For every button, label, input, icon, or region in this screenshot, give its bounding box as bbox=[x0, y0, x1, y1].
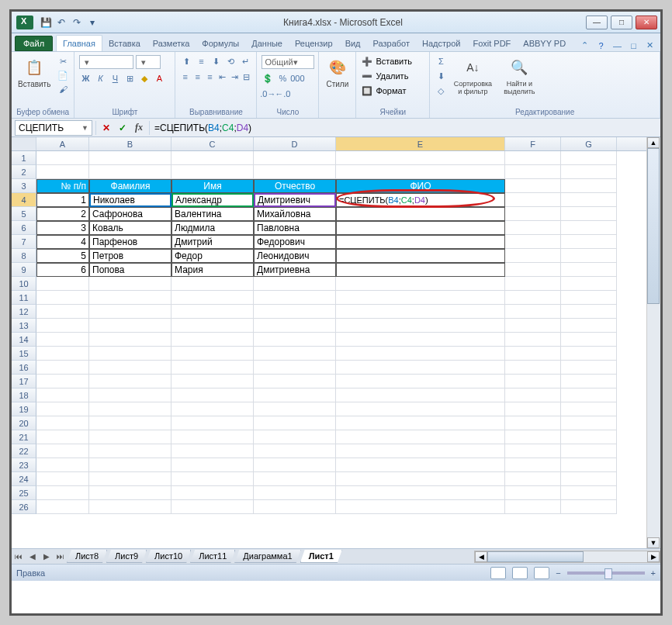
sheet-tab-10[interactable]: Лист10 bbox=[146, 550, 191, 563]
tab-addins[interactable]: Надстрой bbox=[416, 36, 466, 51]
cell-F9[interactable] bbox=[505, 263, 561, 277]
styles-button[interactable]: 🎨 Стили bbox=[324, 55, 351, 90]
row-header-4[interactable]: 4 bbox=[12, 193, 36, 207]
cell-A7[interactable]: 4 bbox=[36, 235, 89, 249]
v-scroll-thumb[interactable] bbox=[647, 148, 660, 304]
row-header-9[interactable]: 9 bbox=[12, 263, 36, 277]
scroll-left-icon[interactable]: ◀ bbox=[475, 551, 487, 562]
h-scroll-thumb[interactable] bbox=[487, 551, 584, 562]
cell-B2[interactable] bbox=[89, 165, 171, 179]
row-header-13[interactable]: 13 bbox=[12, 319, 36, 333]
vertical-scrollbar[interactable]: ▲ ▼ bbox=[646, 137, 660, 548]
align-bottom-icon[interactable]: ⬇ bbox=[210, 55, 222, 67]
row-header-10[interactable]: 10 bbox=[12, 277, 36, 291]
row-header-18[interactable]: 18 bbox=[12, 388, 36, 402]
zoom-out-icon[interactable]: − bbox=[556, 568, 560, 578]
undo-icon[interactable]: ↶ bbox=[54, 15, 69, 30]
font-size-combo[interactable]: ▾ bbox=[136, 55, 161, 69]
sheet-tab-8[interactable]: Лист8 bbox=[67, 550, 107, 563]
cell-G1[interactable] bbox=[561, 151, 617, 165]
view-normal-icon[interactable] bbox=[490, 567, 506, 579]
tab-home[interactable]: Главная bbox=[56, 35, 102, 51]
cell-E7[interactable] bbox=[336, 235, 505, 249]
name-box[interactable]: СЦЕПИТЬ ▼ bbox=[15, 120, 92, 136]
doc-minimize-icon[interactable]: — bbox=[611, 40, 623, 51]
cell-F3[interactable] bbox=[505, 179, 561, 193]
accept-formula-icon[interactable]: ✓ bbox=[116, 121, 130, 135]
align-middle-icon[interactable]: ≡ bbox=[195, 55, 207, 67]
col-header-E[interactable]: E bbox=[336, 137, 505, 150]
sheet-tab-diagram[interactable]: Диаграмма1 bbox=[234, 550, 300, 563]
cell-A1[interactable] bbox=[36, 151, 89, 165]
cells-format-button[interactable]: 🔲Формат bbox=[361, 85, 424, 97]
cell-E3[interactable]: ФИО bbox=[336, 179, 505, 193]
cell-C1[interactable] bbox=[171, 151, 254, 165]
select-all-corner[interactable] bbox=[12, 137, 36, 150]
clear-icon[interactable]: ◇ bbox=[435, 85, 447, 97]
cell-D5[interactable]: Михайловна bbox=[254, 207, 336, 221]
zoom-slider[interactable] bbox=[567, 571, 645, 575]
sheet-tab-11[interactable]: Лист11 bbox=[190, 550, 235, 563]
cell-B9[interactable]: Попова bbox=[89, 263, 171, 277]
col-header-A[interactable]: A bbox=[36, 137, 89, 150]
maximize-button[interactable]: □ bbox=[611, 16, 632, 29]
fill-color-icon[interactable]: ◆ bbox=[138, 72, 151, 85]
cells-delete-button[interactable]: ➖Удалить bbox=[361, 70, 424, 82]
cell-A9[interactable]: 6 bbox=[36, 263, 89, 277]
cell-E4[interactable]: =СЦЕПИТЬ(B4;C4;D4) bbox=[336, 193, 505, 207]
increase-indent-icon[interactable]: ⇥ bbox=[230, 71, 240, 83]
view-layout-icon[interactable] bbox=[512, 567, 528, 579]
row-header-12[interactable]: 12 bbox=[12, 305, 36, 319]
cell-G8[interactable] bbox=[561, 249, 617, 263]
qat-customize-icon[interactable]: ▾ bbox=[85, 15, 100, 30]
row-header-2[interactable]: 2 bbox=[12, 165, 36, 179]
row-header-23[interactable]: 23 bbox=[12, 458, 36, 472]
cell-G2[interactable] bbox=[561, 165, 617, 179]
wrap-text-icon[interactable]: ↵ bbox=[239, 55, 251, 67]
tab-abbyy[interactable]: ABBYY PD bbox=[517, 36, 572, 51]
cell-C2[interactable] bbox=[171, 165, 254, 179]
tab-view[interactable]: Вид bbox=[339, 36, 367, 51]
cell-C5[interactable]: Валентина bbox=[171, 207, 254, 221]
paste-button[interactable]: 📋 Вставить bbox=[16, 55, 52, 90]
cell-F8[interactable] bbox=[505, 249, 561, 263]
format-painter-icon[interactable]: 🖌 bbox=[57, 83, 69, 95]
row-header-21[interactable]: 21 bbox=[12, 430, 36, 444]
cell-G4[interactable] bbox=[561, 193, 617, 207]
scroll-right-icon[interactable]: ▶ bbox=[647, 551, 660, 562]
tab-layout[interactable]: Разметка bbox=[147, 36, 196, 51]
align-left-icon[interactable]: ≡ bbox=[180, 71, 190, 83]
cell-A5[interactable]: 2 bbox=[36, 207, 89, 221]
cell-C9[interactable]: Мария bbox=[171, 263, 254, 277]
sheet-nav-first-icon[interactable]: ⏮ bbox=[12, 551, 25, 563]
tab-insert[interactable]: Вставка bbox=[102, 36, 147, 51]
sheet-nav-prev-icon[interactable]: ◀ bbox=[26, 551, 39, 563]
col-header-F[interactable]: F bbox=[505, 137, 561, 150]
increase-decimal-icon[interactable]: .0→ bbox=[262, 88, 274, 100]
cell-E6[interactable] bbox=[336, 221, 505, 235]
row-header-17[interactable]: 17 bbox=[12, 375, 36, 388]
cell-B4[interactable]: Николаев bbox=[89, 193, 171, 207]
sheet-tab-9[interactable]: Лист9 bbox=[106, 550, 147, 563]
sort-filter-button[interactable]: A↓ Сортировка и фильтр bbox=[452, 55, 494, 97]
tab-foxit[interactable]: Foxit PDF bbox=[466, 36, 517, 51]
view-pagebreak-icon[interactable] bbox=[534, 567, 549, 579]
cell-G3[interactable] bbox=[561, 179, 617, 193]
cell-B3[interactable]: Фамилия bbox=[89, 179, 171, 193]
horizontal-scrollbar[interactable]: ◀ ▶ bbox=[474, 551, 660, 563]
cancel-formula-icon[interactable]: ✕ bbox=[99, 121, 113, 135]
cell-E8[interactable] bbox=[336, 249, 505, 263]
cell-F5[interactable] bbox=[505, 207, 561, 221]
col-header-G[interactable]: G bbox=[561, 137, 617, 150]
cell-D3[interactable]: Отчество bbox=[254, 179, 336, 193]
row-header-19[interactable]: 19 bbox=[12, 402, 36, 416]
merge-cells-icon[interactable]: ⊟ bbox=[242, 71, 252, 83]
align-right-icon[interactable]: ≡ bbox=[205, 71, 215, 83]
row-header-20[interactable]: 20 bbox=[12, 416, 36, 430]
find-select-button[interactable]: 🔍 Найти и выделить bbox=[498, 55, 540, 97]
cells-insert-button[interactable]: ➕Вставить bbox=[361, 55, 424, 67]
cell-A2[interactable] bbox=[36, 165, 89, 179]
cell-C4[interactable]: Александр bbox=[171, 193, 254, 207]
currency-icon[interactable]: 💲 bbox=[262, 72, 274, 85]
cell-F6[interactable] bbox=[505, 221, 561, 235]
